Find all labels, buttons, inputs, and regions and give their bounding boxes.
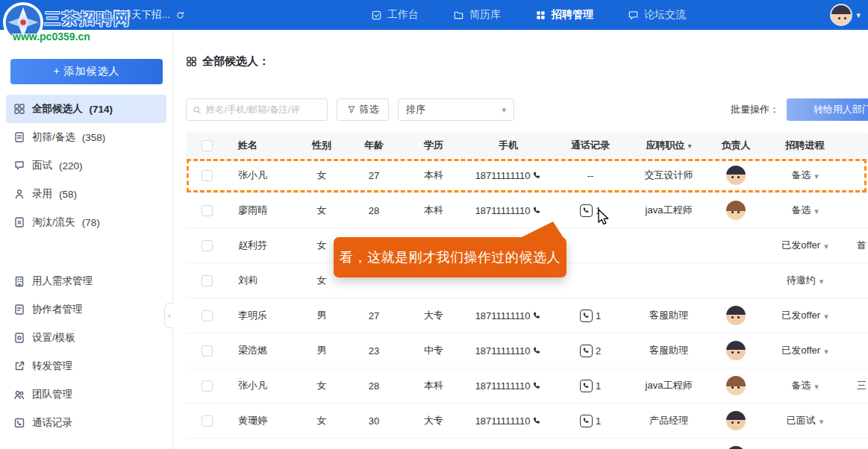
select-all-checkbox[interactable] [202,140,213,151]
phone-icon[interactable] [532,346,541,355]
phone-icon[interactable] [532,381,541,390]
cell-call-records[interactable]: -- [553,170,628,181]
filter-button[interactable]: 筛选 [337,98,389,121]
cell-call-records[interactable]: 1 [553,380,628,392]
chevron-down-icon [856,10,861,20]
chevron-down-icon [824,310,828,321]
search-box[interactable] [186,98,328,121]
row-checkbox[interactable] [202,205,213,216]
cell-call-records[interactable]: 1 [553,204,628,217]
table-row[interactable]: 黄珊婷 女 30 大专 18711111110 1 产品经理 [186,404,868,439]
sidebar-item-interview[interactable]: 面试 (220) [6,151,166,180]
owner-avatar [726,341,746,360]
batch-actions: 批量操作： 转给用人部门 [731,98,868,121]
cell-gender: 女 [299,169,344,182]
chevron-down-icon [814,380,819,392]
template-gear-icon [13,332,25,344]
col-phone: 手机 [463,139,553,152]
phone-icon[interactable] [532,311,541,320]
browser-tab[interactable]: 易博天下招... [96,0,185,30]
table-header-row: 姓名 性别 年龄 学历 手机 通话记录 应聘职位 负责人 招聘进程 [186,133,868,158]
sidebar-item-forwarding[interactable]: 转发管理 [6,352,166,380]
sidebar-item-hired[interactable]: 录用 (58) [6,180,166,208]
document-x-icon [13,216,25,228]
share-icon [13,360,25,372]
team-icon [13,389,25,401]
sidebar-item-all-candidates[interactable]: 全部候选人 (714) [6,95,166,123]
nav-recruitment-management[interactable]: 招聘管理 [535,8,593,22]
cell-age: 27 [344,170,404,181]
row-checkbox[interactable] [202,345,213,357]
table-row[interactable]: 张小凡 女 27 本科 18711111110 -- 交互设计师 [186,158,868,193]
add-candidate-button[interactable]: + 添加候选人 [10,59,163,84]
sidebar-item-call-records[interactable]: 通话记录 [6,409,166,437]
cell-progress-dropdown[interactable]: 备选 [762,379,848,392]
row-checkbox[interactable] [202,240,213,251]
cell-progress-dropdown[interactable]: 已面试 [762,414,848,427]
nav-resume-library[interactable]: 简历库 [453,8,501,22]
cell-name: 黄珊婷 [228,414,299,427]
cell-name: 张小凡 [228,379,299,392]
row-checkbox[interactable] [202,310,213,321]
owner-avatar [726,376,746,395]
phone-icon[interactable] [532,206,541,215]
cell-progress-dropdown[interactable]: 已发offer [762,344,848,357]
table-row[interactable]: 梁浩燃 男 23 中专 18711111110 2 客服助理 [186,333,868,368]
cell-call-records[interactable]: 1 [553,310,628,322]
candidates-table: 姓名 性别 年龄 学历 手机 通话记录 应聘职位 负责人 招聘进程 张小凡 女 … [186,133,868,449]
col-position-filter[interactable]: 应聘职位 [628,139,710,152]
sidebar-item-team[interactable]: 团队管理 [6,380,166,409]
cell-name: 张小凡 [228,169,299,182]
phone-icon[interactable] [532,416,541,425]
cell-progress-dropdown[interactable]: 已发offer [762,239,848,252]
row-checkbox[interactable] [202,275,213,286]
call-record-icon [580,380,593,392]
sidebar-item-collaborators[interactable]: 协作者管理 [6,295,166,324]
cell-progress-dropdown[interactable]: 备选 [762,204,848,217]
cell-progress-dropdown[interactable]: 已发offer [762,309,848,322]
chevron-down-icon [819,275,824,286]
nav-workbench[interactable]: 工作台 [371,8,419,22]
tab-logo-icon [96,10,106,20]
tab-label: 易博天下招... [111,8,170,22]
cell-progress-dropdown[interactable]: 备选 [762,169,848,182]
sidebar-collapse-handle[interactable] [164,303,174,328]
row-checkbox[interactable] [202,170,213,181]
cell-progress-dropdown[interactable]: 待邀约 [762,274,848,287]
cell-education: 大专 [404,309,463,322]
sort-select[interactable]: 排序 [398,98,514,121]
row-checkbox[interactable] [202,380,213,392]
nav-forum[interactable]: 论坛交流 [628,8,686,22]
sidebar-item-count: (78) [82,217,100,228]
phone-number: 18711111110 [475,310,531,321]
sidebar-item-count: (58) [59,189,77,200]
table-row[interactable]: 张小凡 女 28 本科 18711111110 1 java工程师 [186,368,868,404]
cell-call-records[interactable]: 2 [553,345,628,357]
folder-icon [453,10,464,21]
phone-number: 18711111110 [475,345,531,357]
col-education: 学历 [404,139,463,152]
cell-education: 本科 [404,379,463,392]
chat-bubble-icon [13,160,25,172]
phone-icon[interactable] [532,171,541,180]
user-avatar[interactable] [830,4,852,26]
sidebar-item-settings-templates[interactable]: 设置/模板 [6,324,166,352]
call-count: -- [587,170,594,181]
table-row[interactable]: 李明乐 男 27 大专 18711111110 1 客服助理 [186,298,868,333]
cell-position: 客服助理 [628,344,710,357]
cell-edge: 首 [848,239,868,252]
person-icon [13,188,25,200]
table-row[interactable]: 肖少琼 女 32 本科 18711111110 1 产品经理 [186,439,868,449]
sidebar-item-eliminated[interactable]: 淘汰/流失 (78) [6,208,166,236]
cell-owner [710,166,762,185]
filter-caret-icon [684,139,691,151]
sidebar-item-screening[interactable]: 初筛/备选 (358) [6,123,166,151]
cell-name: 梁浩燃 [228,344,299,357]
search-input[interactable] [206,104,321,115]
transfer-to-department-button[interactable]: 转给用人部门 [787,98,868,121]
refresh-icon[interactable] [175,10,185,20]
cell-call-records[interactable]: 1 [553,415,628,427]
user-menu[interactable] [830,4,861,26]
row-checkbox[interactable] [202,415,213,427]
sidebar-item-staffing-demand[interactable]: 用人需求管理 [6,267,166,295]
